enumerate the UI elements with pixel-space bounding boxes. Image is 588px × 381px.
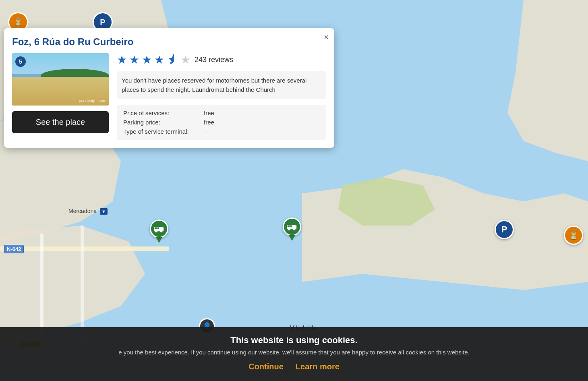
popup-details: Price of services: free Parking price: f… bbox=[117, 105, 326, 140]
svg-rect-15 bbox=[157, 228, 159, 229]
popup-left-column: 5 park4night.com See the place bbox=[12, 53, 109, 140]
orange-marker-right[interactable]: ⏳ bbox=[564, 226, 583, 245]
svg-rect-21 bbox=[290, 226, 292, 227]
star-empty: ★ bbox=[180, 53, 190, 66]
detail-value-services: free bbox=[204, 110, 214, 116]
image-watermark: park4night.com bbox=[79, 99, 106, 103]
ratings-row: ★ ★ ★ ★ ⯨ ★ 243 reviews bbox=[117, 53, 326, 66]
popup-body: 5 park4night.com See the place ★ ★ ★ ★ ⯨… bbox=[12, 53, 326, 140]
motorhome-icon bbox=[153, 223, 165, 234]
svg-rect-20 bbox=[288, 226, 290, 227]
hourglass-icon: ⏳ bbox=[14, 18, 23, 27]
cookie-title: This website is using cookies. bbox=[0, 335, 588, 346]
mercadona-icon: ▼ bbox=[100, 208, 108, 215]
detail-row-services: Price of services: free bbox=[123, 110, 320, 116]
svg-rect-14 bbox=[155, 228, 157, 229]
star-4: ★ bbox=[154, 53, 164, 66]
detail-label-services: Price of services: bbox=[123, 110, 204, 116]
star-half: ⯨ bbox=[167, 53, 178, 66]
parking-icon: P bbox=[495, 220, 514, 239]
popup-title: Foz, 6 Rúa do Ru Curbeiro bbox=[12, 36, 326, 48]
star-2: ★ bbox=[129, 53, 139, 66]
motorhome-icon-2 bbox=[286, 221, 298, 232]
image-number: 5 bbox=[15, 56, 26, 67]
reviews-count: 243 reviews bbox=[195, 56, 233, 64]
svg-point-12 bbox=[155, 230, 157, 233]
map-marker-green-2[interactable] bbox=[282, 217, 302, 242]
popup-card: × Foz, 6 Rúa do Ru Curbeiro 5 park4night… bbox=[4, 28, 334, 148]
star-1: ★ bbox=[117, 53, 127, 66]
continue-button[interactable]: Continue bbox=[248, 362, 284, 371]
learn-more-button[interactable]: Learn more bbox=[296, 362, 340, 371]
detail-row-terminal: Type of service terminal: --- bbox=[123, 128, 320, 135]
cookie-text: e you the best experience. If you contin… bbox=[0, 349, 588, 356]
map-marker-green-1[interactable] bbox=[149, 219, 169, 244]
parking-letter: P bbox=[100, 18, 105, 27]
popup-right-column: ★ ★ ★ ★ ⯨ ★ 243 reviews You don't have p… bbox=[117, 53, 326, 140]
road-label-n642: N-642 bbox=[4, 245, 24, 253]
detail-value-terminal: --- bbox=[204, 128, 210, 135]
see-place-button[interactable]: See the place bbox=[12, 111, 109, 133]
popup-description: You don't have places reserved for motor… bbox=[117, 71, 326, 99]
svg-point-18 bbox=[288, 228, 290, 231]
svg-marker-4 bbox=[507, 0, 588, 161]
close-button[interactable]: × bbox=[324, 33, 329, 41]
detail-label-parking: Parking price: bbox=[123, 119, 204, 126]
svg-rect-6 bbox=[0, 246, 169, 251]
detail-label-terminal: Type of service terminal: bbox=[123, 128, 204, 135]
detail-value-parking: free bbox=[204, 119, 214, 126]
svg-point-13 bbox=[160, 230, 163, 233]
svg-point-19 bbox=[293, 228, 296, 231]
parking-marker-right[interactable]: P bbox=[495, 220, 514, 239]
cookie-banner: This website is using cookies. e you the… bbox=[0, 327, 588, 381]
popup-image: 5 park4night.com bbox=[12, 53, 109, 106]
star-3: ★ bbox=[142, 53, 152, 66]
orange-hourglass-icon: ⏳ bbox=[564, 226, 583, 245]
detail-row-parking: Parking price: free bbox=[123, 119, 320, 126]
mercadona-label: Mercadona ▼ bbox=[68, 208, 108, 215]
cookie-actions: Continue Learn more bbox=[0, 362, 588, 371]
